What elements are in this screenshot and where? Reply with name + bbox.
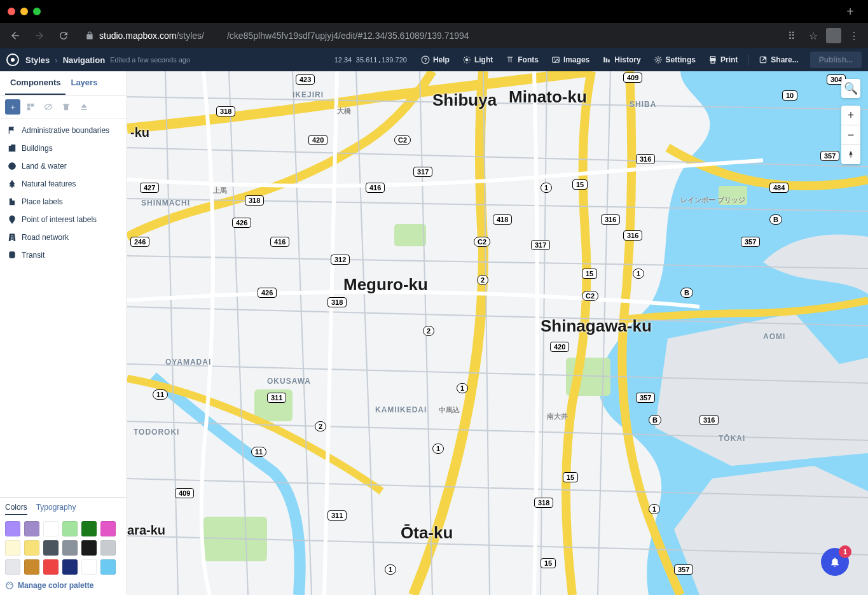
road-shield: 423 <box>296 74 315 85</box>
compass-button[interactable] <box>841 145 860 164</box>
lock-icon <box>85 31 94 40</box>
road-shield: B <box>769 214 782 225</box>
edited-timestamp: Edited a few seconds ago <box>110 56 190 64</box>
color-swatch[interactable] <box>5 540 20 556</box>
color-swatch[interactable] <box>43 559 59 575</box>
help-button[interactable]: ?Help <box>416 52 455 67</box>
address-bar[interactable]: studio.mapbox.com/styles/ /cke85plhw45fv… <box>78 26 779 45</box>
svg-point-20 <box>9 583 10 584</box>
share-button[interactable]: Share... <box>754 52 803 67</box>
notifications-button[interactable]: 1 <box>821 548 849 576</box>
add-component-button[interactable]: ＋ <box>5 99 20 115</box>
chrome-menu-icon[interactable]: ⋮ <box>845 30 863 42</box>
place-label: ara-ku <box>127 523 165 538</box>
road-shield: 246 <box>130 237 149 247</box>
find-button[interactable] <box>23 99 38 115</box>
bookmark-icon[interactable]: ☆ <box>804 30 822 42</box>
component-item-globe[interactable]: Land & water <box>0 157 127 175</box>
chevron-right-icon: › <box>55 55 57 65</box>
component-label: Land & water <box>22 162 67 171</box>
component-label: Transit <box>22 251 45 260</box>
road-shield: 15 <box>572 179 588 190</box>
road-shield: 1 <box>385 564 396 575</box>
tab-colors[interactable]: Colors <box>5 503 27 515</box>
color-swatch[interactable] <box>100 559 116 575</box>
new-tab-button[interactable]: + <box>840 4 860 19</box>
area-label: AOMI <box>763 332 785 341</box>
delete-button[interactable] <box>59 99 74 115</box>
color-swatch[interactable] <box>43 540 59 556</box>
color-swatch[interactable] <box>62 521 78 536</box>
print-button[interactable]: Print <box>703 52 743 67</box>
component-item-building[interactable]: Buildings <box>0 139 127 157</box>
color-swatch[interactable] <box>24 521 39 536</box>
area-label: TODOROKI <box>134 428 179 437</box>
color-swatch[interactable] <box>62 559 78 575</box>
notifications-badge: 1 <box>839 545 851 558</box>
settings-button[interactable]: Settings <box>649 52 701 67</box>
component-item-place[interactable]: Place labels <box>0 193 127 211</box>
area-label: TŌKAI <box>719 434 745 443</box>
color-swatch[interactable] <box>5 521 20 536</box>
gear-icon <box>654 55 663 64</box>
color-swatch[interactable] <box>100 521 116 536</box>
history-button[interactable]: History <box>597 52 645 67</box>
area-label: OKUSAWA <box>267 377 311 386</box>
visibility-button[interactable] <box>41 99 56 115</box>
translate-icon[interactable]: ⠿ <box>783 30 801 42</box>
zoom-out-button[interactable]: − <box>841 125 860 144</box>
publish-button[interactable]: Publish... <box>810 52 862 68</box>
component-item-poi[interactable]: Point of interest labels <box>0 211 127 228</box>
reload-button[interactable] <box>53 25 74 46</box>
tab-typography[interactable]: Typography <box>36 503 76 515</box>
area-label: 南大井 <box>547 412 568 421</box>
forward-button[interactable] <box>29 25 50 46</box>
map-search-control[interactable]: 🔍 <box>841 79 860 98</box>
color-swatch[interactable] <box>43 521 59 536</box>
back-button[interactable] <box>5 25 25 46</box>
fonts-button[interactable]: Fonts <box>500 52 544 67</box>
road-shield: 316 <box>601 214 620 225</box>
maximize-window-icon[interactable] <box>33 8 41 15</box>
color-swatch[interactable] <box>24 540 39 556</box>
tab-components[interactable]: Components <box>5 71 65 95</box>
component-item-transit[interactable]: Transit <box>0 246 127 264</box>
color-swatch[interactable] <box>81 540 97 556</box>
eject-button[interactable] <box>76 99 92 115</box>
color-swatch[interactable] <box>81 521 97 536</box>
road-shield: 2 <box>423 326 434 336</box>
map-canvas[interactable]: ShibuyaMinato-kuMeguro-kuShinagawa-kuŌta… <box>127 71 868 595</box>
svg-rect-5 <box>604 57 605 62</box>
component-item-road[interactable]: Road network <box>0 228 127 246</box>
svg-point-4 <box>554 59 555 60</box>
tab-layers[interactable]: Layers <box>65 71 102 95</box>
component-label: Administrative boundaries <box>22 126 109 135</box>
breadcrumb-style-name[interactable]: Navigation <box>63 55 105 65</box>
profile-icon[interactable] <box>826 28 841 43</box>
color-swatch[interactable] <box>62 540 78 556</box>
color-swatch[interactable] <box>5 559 20 575</box>
minimize-window-icon[interactable] <box>20 8 28 15</box>
road-shield: C2 <box>582 291 598 301</box>
road-shield: 318 <box>245 195 264 206</box>
component-item-flag[interactable]: Administrative boundaries <box>0 122 127 139</box>
search-icon[interactable]: 🔍 <box>841 79 860 98</box>
area-label: SHINMACHI <box>141 199 190 207</box>
color-swatch[interactable] <box>100 540 116 556</box>
share-icon <box>759 55 768 64</box>
component-item-nature[interactable]: Natural features <box>0 175 127 193</box>
manage-color-palette-button[interactable]: Manage color palette <box>5 581 121 590</box>
area-label: 上馬 <box>213 186 227 195</box>
road-shield: 357 <box>636 393 655 403</box>
mapbox-logo-icon[interactable] <box>6 53 19 66</box>
light-button[interactable]: Light <box>457 52 498 67</box>
zoom-in-button[interactable]: + <box>841 106 860 125</box>
breadcrumb-styles[interactable]: Styles <box>25 55 50 65</box>
road-shield: 409 <box>175 488 194 498</box>
color-swatch[interactable] <box>81 559 97 575</box>
images-button[interactable]: Images <box>546 52 595 67</box>
close-window-icon[interactable] <box>8 8 15 15</box>
color-swatch[interactable] <box>24 559 39 575</box>
road-shield: 427 <box>140 183 159 193</box>
road-shield: 318 <box>216 106 235 116</box>
